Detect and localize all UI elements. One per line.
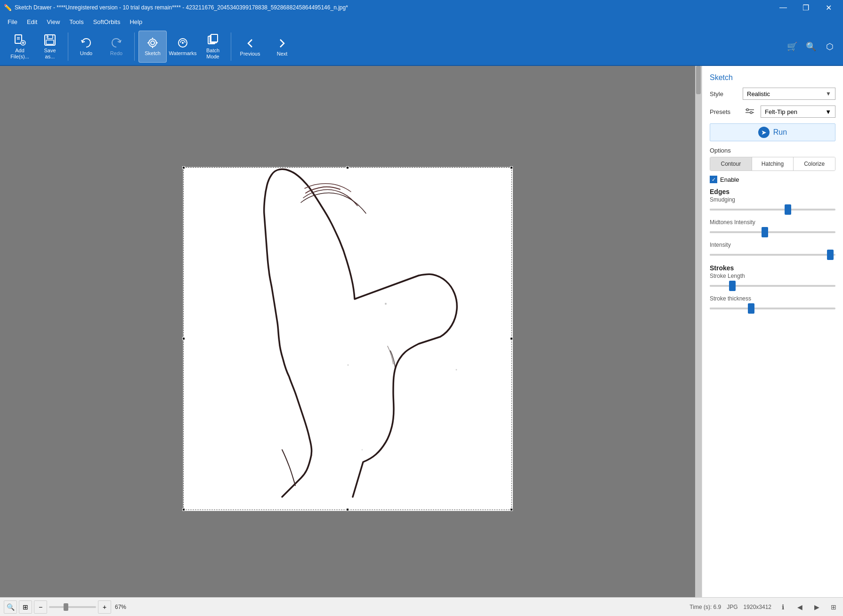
intensity-thumb[interactable] — [827, 250, 834, 260]
previous-button[interactable]: Previous — [235, 31, 265, 63]
strokes-label: Strokes — [710, 264, 835, 272]
undo-label: Undo — [80, 50, 92, 57]
svg-point-21 — [385, 303, 387, 305]
stroke-thickness-fill — [710, 308, 751, 309]
redo-icon — [110, 36, 123, 49]
close-button[interactable]: ✕ — [818, 0, 839, 15]
smudging-slider[interactable] — [710, 205, 835, 214]
toolbar-separator-3 — [231, 32, 231, 61]
vertical-scrollbar[interactable] — [695, 66, 702, 597]
style-row: Style Realistic ▼ — [710, 88, 835, 100]
zoom-out-button[interactable]: − — [34, 600, 47, 614]
midtones-label: Midtones Intensity — [710, 219, 835, 226]
stroke-thickness-track — [710, 308, 835, 309]
right-panel: Sketch Style Realistic ▼ Presets Felt-Ti — [702, 66, 843, 597]
actual-size-button[interactable]: ⊞ — [19, 600, 32, 614]
scrollbar-thumb[interactable] — [696, 66, 701, 94]
fit-view-button[interactable]: 🔍 — [4, 600, 17, 614]
undo-button[interactable]: Undo — [72, 31, 100, 63]
midtones-slider[interactable] — [710, 227, 835, 237]
redo-button[interactable]: Redo — [102, 31, 130, 63]
intensity-label: Intensity — [710, 242, 835, 248]
svg-point-11 — [151, 41, 154, 45]
smudging-label: Smudging — [710, 196, 835, 203]
sketch-button[interactable]: Sketch — [138, 31, 167, 63]
tab-contour[interactable]: Contour — [710, 157, 752, 170]
next-button[interactable]: Next — [267, 31, 297, 63]
tab-hatching[interactable]: Hatching — [752, 157, 794, 170]
menu-softorbits[interactable]: SoftOrbits — [89, 17, 124, 27]
style-value: Realistic — [747, 90, 770, 97]
search-button[interactable]: 🔍 — [803, 39, 819, 54]
minimize-button[interactable]: — — [772, 0, 794, 15]
format-label: JPG — [727, 604, 738, 610]
edges-label: Edges — [710, 188, 835, 195]
watermarks-label: Watermarks — [169, 50, 197, 57]
svg-point-22 — [456, 369, 457, 371]
save-as-label: Saveas... — [44, 48, 56, 60]
maximize-button[interactable]: ❐ — [795, 0, 817, 15]
svg-point-10 — [149, 39, 156, 47]
toolbar-right: 🛒 🔍 ⬡ — [785, 39, 837, 54]
cart-button[interactable]: 🛒 — [785, 39, 800, 54]
menu-help[interactable]: Help — [126, 17, 146, 27]
zoom-control — [49, 606, 96, 608]
svg-point-17 — [182, 42, 184, 44]
next-label: Next — [277, 51, 288, 57]
intensity-slider[interactable] — [710, 250, 835, 259]
enable-checkbox[interactable]: ✓ — [710, 176, 717, 183]
cube-button[interactable]: ⬡ — [822, 39, 837, 54]
options-tabs: Contour Hatching Colorize — [710, 157, 835, 171]
batch-mode-button[interactable]: BatchMode — [199, 31, 227, 63]
save-as-button[interactable]: Saveas... — [36, 31, 64, 63]
smudging-thumb[interactable] — [785, 204, 791, 215]
info-button[interactable]: ℹ — [777, 601, 788, 613]
watermarks-button[interactable]: Watermarks — [169, 31, 197, 63]
midtones-fill — [710, 231, 765, 233]
intensity-fill — [710, 254, 830, 256]
toolbar: AddFile(s)... Saveas... Undo Redo — [0, 28, 843, 66]
add-file-icon — [13, 33, 26, 47]
grid-status-button[interactable]: ⊞ — [828, 601, 839, 613]
stroke-length-slider[interactable] — [710, 281, 835, 291]
canvas-inner[interactable] — [0, 66, 695, 597]
toolbar-separator-2 — [134, 32, 135, 61]
menu-view[interactable]: View — [43, 17, 64, 27]
stroke-length-thumb[interactable] — [729, 281, 736, 291]
title-bar: ✏️ Sketch Drawer - ****Unregistered vers… — [0, 0, 843, 15]
stroke-thickness-thumb[interactable] — [748, 303, 754, 314]
zoom-in-button[interactable]: + — [98, 600, 111, 614]
tab-colorize[interactable]: Colorize — [794, 157, 835, 170]
svg-rect-20 — [211, 34, 218, 42]
prev-status-button[interactable]: ◀ — [794, 601, 805, 613]
sketch-icon — [146, 36, 159, 49]
svg-point-24 — [362, 449, 363, 451]
run-arrow-icon: ➤ — [758, 127, 770, 138]
presets-dropdown-arrow: ▼ — [825, 108, 831, 115]
menu-tools[interactable]: Tools — [65, 17, 87, 27]
undo-icon — [80, 36, 93, 49]
svg-point-23 — [348, 365, 349, 366]
add-file-label: AddFile(s)... — [10, 48, 29, 60]
style-select[interactable]: Realistic ▼ — [743, 88, 835, 100]
watermarks-icon — [176, 36, 189, 49]
status-left: 🔍 ⊞ − + 67% — [4, 600, 126, 614]
menu-file[interactable]: File — [4, 17, 21, 27]
add-file-button[interactable]: AddFile(s)... — [6, 31, 34, 63]
panel-title: Sketch — [710, 73, 835, 82]
stroke-thickness-slider[interactable] — [710, 304, 835, 313]
midtones-thumb[interactable] — [762, 227, 768, 237]
zoom-track[interactable] — [49, 606, 96, 608]
presets-select[interactable]: Felt-Tip pen ▼ — [761, 105, 835, 118]
menu-edit[interactable]: Edit — [23, 17, 41, 27]
status-bar: 🔍 ⊞ − + 67% Time (s): 6.9 JPG 1920x3412 … — [0, 597, 843, 616]
save-icon — [43, 33, 57, 47]
menu-bar: File Edit View Tools SoftOrbits Help — [0, 15, 843, 28]
canvas-area — [0, 66, 702, 597]
presets-icon — [743, 105, 757, 119]
canvas-content — [183, 167, 512, 511]
next-status-button[interactable]: ▶ — [811, 601, 822, 613]
smudging-track — [710, 209, 835, 211]
run-button[interactable]: ➤ Run — [710, 123, 835, 141]
zoom-thumb[interactable] — [64, 603, 68, 611]
